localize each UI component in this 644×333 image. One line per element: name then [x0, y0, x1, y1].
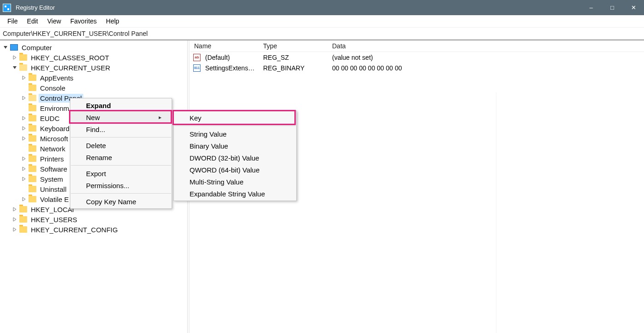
menu-edit[interactable]: Edit [23, 17, 43, 26]
tree-label: Printers [39, 155, 65, 163]
caret-right-icon[interactable] [11, 226, 18, 233]
ctx-delete[interactable]: Delete [70, 139, 172, 151]
folder-icon [29, 196, 36, 202]
tree-item-hkusers[interactable]: HKEY_USERS [2, 214, 187, 224]
ctx-expand[interactable]: Expand [70, 99, 172, 111]
binary-value-icon: 011 [192, 64, 201, 72]
ctx-new-binary[interactable]: Binary Value [174, 140, 296, 152]
col-type[interactable]: Type [259, 40, 328, 52]
menu-bar: File Edit View Favorites Help [0, 15, 644, 28]
tree-label: Volatile E [39, 195, 70, 204]
menu-file[interactable]: File [3, 17, 23, 26]
tree-item-appevents[interactable]: AppEvents [2, 73, 187, 83]
ctx-new-expand[interactable]: Expandable String Value [174, 188, 296, 200]
ctx-new-dword[interactable]: DWORD (32-bit) Value [174, 152, 296, 164]
value-name: SettingsExtensio... [201, 64, 259, 72]
value-name: (Default) [201, 54, 259, 61]
folder-icon [29, 125, 36, 132]
caret-right-icon[interactable] [20, 155, 28, 162]
folder-icon [29, 166, 36, 172]
folder-icon [29, 105, 36, 111]
folder-icon [29, 186, 36, 192]
ctx-new-key[interactable]: Key [174, 112, 296, 124]
tree-label: Network [39, 144, 67, 153]
caret-right-icon[interactable] [11, 206, 18, 213]
caret-right-icon[interactable] [20, 175, 28, 183]
tree-item-console[interactable]: Console [2, 83, 187, 93]
window-title: Registry Editor [16, 4, 55, 11]
menu-view[interactable]: View [43, 17, 66, 26]
tree-label: EUDC [39, 114, 61, 123]
close-button[interactable]: ✕ [623, 0, 644, 15]
ctx-label: Multi-String Value [190, 178, 243, 186]
caret-right-icon[interactable] [20, 195, 28, 203]
caret-right-icon[interactable] [20, 74, 28, 81]
tree-label: HKEY_LOCAl [29, 205, 75, 214]
folder-icon [29, 85, 36, 91]
ctx-label: QWORD (64-bit) Value [190, 166, 259, 174]
folder-icon [29, 115, 36, 121]
context-menu: Expand New ▸ Find... Delete Rename Expor… [70, 98, 172, 209]
folder-icon [29, 135, 36, 142]
ctx-new-multi[interactable]: Multi-String Value [174, 176, 296, 188]
address-bar[interactable]: Computer\HKEY_CURRENT_USER\Control Panel [0, 28, 644, 40]
folder-icon [19, 64, 27, 71]
list-row[interactable]: ab (Default) REG_SZ (value not set) [190, 52, 644, 63]
address-text: Computer\HKEY_CURRENT_USER\Control Panel [3, 30, 148, 37]
tree-label: Keyboard [39, 124, 71, 133]
string-value-icon: ab [192, 54, 201, 61]
content-area: Computer HKEY_CLASSES_ROOT HKEY_CURRENT_… [0, 40, 644, 333]
maximize-button[interactable]: □ [602, 0, 623, 15]
tree-label: Console [39, 84, 67, 92]
caret-right-icon[interactable] [20, 115, 28, 122]
caret-right-icon[interactable] [20, 125, 28, 132]
list-body: ab (Default) REG_SZ (value not set) 011 … [190, 52, 644, 73]
caret-down-icon[interactable] [2, 44, 9, 51]
separator [71, 137, 171, 138]
caret-right-icon[interactable] [11, 54, 18, 61]
tree-item-hkcr[interactable]: HKEY_CLASSES_ROOT [2, 52, 187, 63]
caret-right-icon[interactable] [20, 94, 28, 102]
column-divider[interactable] [496, 92, 496, 333]
ctx-label: Expandable String Value [190, 190, 265, 198]
ctx-label: Permissions... [86, 182, 129, 189]
ctx-label: Rename [86, 154, 112, 161]
computer-icon [10, 44, 18, 51]
col-data[interactable]: Data [328, 40, 644, 52]
menu-help[interactable]: Help [101, 17, 124, 26]
menu-favorites[interactable]: Favorites [66, 17, 102, 26]
list-row[interactable]: 011 SettingsExtensio... REG_BINARY 00 00… [190, 63, 644, 73]
window-buttons: – □ ✕ [581, 0, 644, 15]
minimize-button[interactable]: – [581, 0, 602, 15]
ctx-label: Find... [86, 126, 105, 133]
tree-item-hkconfig[interactable]: HKEY_CURRENT_CONFIG [2, 224, 187, 235]
tree-label: HKEY_CLASSES_ROOT [29, 53, 110, 62]
ctx-copy-key-name[interactable]: Copy Key Name [70, 195, 172, 207]
ctx-new[interactable]: New ▸ [70, 111, 172, 123]
app-icon [3, 4, 11, 12]
value-type: REG_BINARY [259, 64, 328, 72]
ctx-permissions[interactable]: Permissions... [70, 179, 172, 191]
ctx-label: DWORD (32-bit) Value [190, 154, 259, 162]
ctx-label: Expand [86, 102, 111, 109]
ctx-find[interactable]: Find... [70, 123, 172, 135]
caret-right-icon[interactable] [11, 216, 18, 223]
caret-right-icon[interactable] [20, 135, 28, 142]
ctx-new-string[interactable]: String Value [174, 128, 296, 140]
ctx-rename[interactable]: Rename [70, 151, 172, 163]
tree-item-hkcu[interactable]: HKEY_CURRENT_USER [2, 63, 187, 73]
folder-icon [19, 226, 27, 233]
ctx-export[interactable]: Export [70, 167, 172, 179]
caret-right-icon[interactable] [20, 165, 28, 172]
ctx-new-qword[interactable]: QWORD (64-bit) Value [174, 164, 296, 176]
folder-icon [29, 95, 36, 101]
ctx-label: Key [190, 114, 201, 122]
caret-down-icon[interactable] [11, 64, 18, 71]
tree-label: Microsoft [39, 134, 69, 143]
col-name[interactable]: Name [190, 40, 259, 52]
folder-icon [29, 155, 36, 162]
chevron-right-icon: ▸ [153, 114, 161, 121]
tree-label: Environm [39, 104, 70, 113]
folder-icon [29, 176, 36, 182]
tree-item-computer[interactable]: Computer [2, 42, 187, 52]
